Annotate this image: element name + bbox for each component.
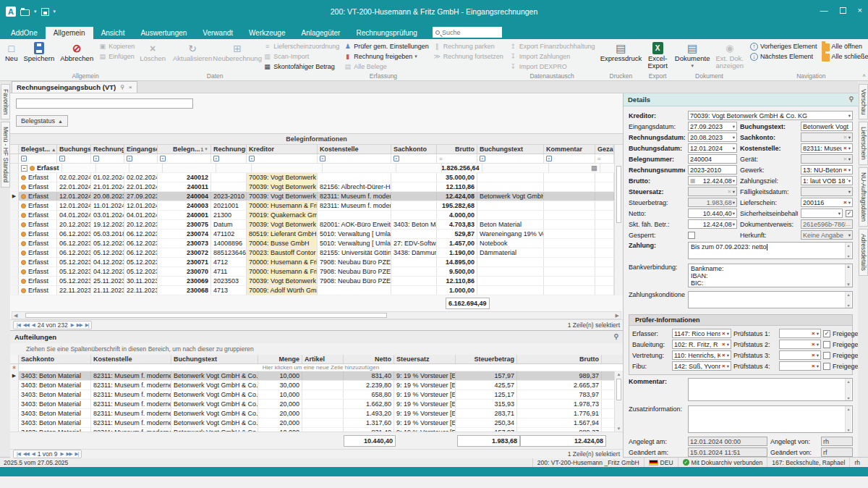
filter-icon[interactable]: × — [320, 156, 326, 161]
pin-icon[interactable]: ⚲ — [613, 333, 618, 341]
ribbon-button-rechnung-parken[interactable]: Rechnung parken — [431, 41, 497, 51]
field-bauleitung[interactable]: 102: R. Fritz, R×▾ — [672, 340, 731, 349]
minimize-button[interactable]: — — [820, 6, 828, 14]
field-prüfstatus-2[interactable]: ×▾ — [779, 340, 821, 349]
dropdown-icon[interactable]: ▾ — [733, 222, 735, 227]
ribbon-button-kopieren[interactable]: Kopieren — [96, 41, 137, 51]
prev-fast-button[interactable]: ◀◀ — [23, 451, 29, 457]
clear-icon[interactable]: × — [811, 352, 816, 358]
ribbon-button-alle-öffnen[interactable]: Alle öffnen — [820, 41, 864, 51]
ribbon-button-scan-import[interactable]: Scan-Import — [261, 51, 311, 62]
side-tab-nu-auftragsdaten[interactable]: NU-Auftragsdaten — [859, 167, 868, 227]
filter-icon[interactable]: × — [249, 156, 255, 161]
table-row[interactable]: Erfasst06.12.202305.12.202306.12.2023230… — [10, 239, 623, 248]
field-netto[interactable]: 10.440,40▾ — [688, 209, 737, 218]
checkbox-freigegeben[interactable] — [823, 352, 830, 359]
clear-icon[interactable]: × — [843, 156, 848, 162]
ribbon-button-skontofähiger-betrag[interactable]: Skontofähiger Betrag — [261, 62, 337, 72]
ribbon-button-aktualisieren[interactable]: Aktualisieren — [170, 40, 215, 63]
ribbon-button-import-zahlungen[interactable]: Import Zahlungen — [507, 51, 573, 62]
ribbon-button-ext-dok-anzeigen[interactable]: Ext. Dok. anzeigen — [712, 40, 746, 71]
dropdown-icon[interactable]: ▾ — [733, 124, 735, 130]
ribbon-tab-rechnungsprüfung[interactable]: Rechnungsprüfung — [348, 27, 425, 39]
ribbon-tab-verwandt[interactable]: Verwandt — [195, 27, 241, 39]
column-header-steuerbetrag[interactable]: Steuerbetrag — [456, 355, 517, 363]
ribbon-button-neu[interactable]: Neu — [2, 40, 20, 63]
table-row[interactable]: 3403: Beton Material82311: Museum f. mod… — [10, 390, 623, 400]
ribbon-button-dokumente[interactable]: Dokumente▾ — [672, 40, 713, 70]
field-belegnummer[interactable]: 240004 — [688, 154, 737, 164]
calculator-icon[interactable]: ▦ — [690, 177, 696, 184]
ribbon-button-nächstes-element[interactable]: Nächstes Element — [748, 51, 815, 62]
table-row[interactable]: Erfasst20.12.202319.12.202320.12.2023230… — [10, 220, 623, 230]
dropdown-icon[interactable]: ▾ — [733, 211, 735, 216]
dropdown-icon[interactable]: ▾ — [817, 363, 819, 369]
column-header-kostenstelle[interactable]: Kostenstelle — [91, 355, 171, 363]
table-row[interactable]: 3403: Beton Material82311: Museum f. mod… — [10, 418, 623, 428]
group-row[interactable]: –Erfasst1.826.256,64▤ — [10, 164, 623, 173]
dropdown-icon[interactable]: ▾ — [848, 167, 851, 173]
column-header-kommentar[interactable]: Kommentar — [544, 145, 595, 153]
zusatzinformation-textarea[interactable]: ▴▾ — [688, 405, 853, 433]
column-header-sachkonto[interactable]: Sachkonto — [19, 355, 91, 363]
column-header-belegstatus[interactable]: Belegst...▲ — [19, 145, 57, 153]
zahlung-textarea[interactable]: Bis zum 07.09.2023: netto ▴▾ — [688, 242, 853, 259]
ribbon-button-prüfer-gem-einstellungen[interactable]: Prüfer gem. Einstellungen — [341, 41, 431, 51]
ribbon-tab-addone[interactable]: AddOne — [3, 27, 46, 39]
checkbox-gesperrt[interactable] — [688, 232, 695, 239]
filter-icon[interactable]: × — [213, 156, 219, 161]
column-header-rechnungsdatum[interactable]: Rechnungs... — [91, 145, 124, 153]
field-gerät[interactable]: ×▾ — [801, 154, 853, 164]
zahlungskonditionen-textarea[interactable]: ▴▾ — [688, 291, 853, 308]
filter-icon[interactable]: × — [21, 156, 27, 161]
table-row[interactable]: 3403: Beton Material82311: Museum f. mod… — [10, 400, 623, 409]
field-buchungsdatum[interactable]: 12.01.2024▾ — [688, 143, 737, 153]
kommentar-textarea[interactable]: ▴▾ — [688, 378, 853, 401]
dropdown-icon[interactable]: ▾ — [838, 211, 841, 216]
dropdown-icon[interactable]: ▾ — [848, 178, 851, 184]
close-button[interactable]: × — [858, 6, 862, 14]
side-tab-vorschau[interactable]: Vorschau — [859, 84, 868, 119]
clear-icon[interactable]: × — [843, 199, 848, 206]
column-header-artikel[interactable]: Artikel — [302, 355, 344, 363]
filter-icon[interactable]: × — [393, 156, 399, 161]
field-brutto[interactable]: ▦12.424,08▾ — [688, 176, 737, 185]
filter-icon[interactable]: × — [93, 156, 99, 161]
dropdown-icon[interactable]: ▾ — [817, 353, 819, 358]
field-zahlungsziel[interactable]: 1: laut VOB 18 Tage▾ — [801, 176, 853, 185]
table-row[interactable]: 3403: Beton Material82311: Museum f. mod… — [10, 409, 623, 418]
ribbon-tab-ansicht[interactable]: Ansicht — [93, 27, 133, 39]
table-row[interactable]: ▶Erfasst12.01.202420.08.202327.09.202324… — [10, 192, 623, 201]
column-header-belegnummer[interactable]: Belegn...1▼ — [158, 145, 211, 153]
ribbon-button-abbrechen[interactable]: Abbrechen — [57, 40, 96, 63]
scrollbar-thumb[interactable] — [25, 313, 387, 318]
table-row[interactable]: 3403: Beton Material82311: Museum f. mod… — [10, 428, 623, 432]
ribbon-button-löschen[interactable]: Löschen — [137, 40, 169, 63]
ribbon-button-excel-export[interactable]: Excel-Export — [644, 40, 670, 71]
table-row[interactable]: Erfasst22.01.202421.01.202422.01.2024240… — [10, 182, 623, 192]
checkbox-freigegeben[interactable] — [823, 363, 830, 370]
ribbon-button-import-dexpro[interactable]: Import DEXPRO — [507, 62, 569, 72]
clear-icon[interactable]: × — [811, 341, 816, 348]
side-tab-favoriten[interactable]: Favoriten — [1, 84, 10, 119]
field-lieferschein[interactable]: 200116×▾ — [801, 198, 853, 207]
column-header-buchungstext[interactable]: Buchungstext — [171, 355, 258, 363]
dropdown-icon[interactable]: ▾ — [848, 232, 851, 238]
table-row[interactable]: Erfasst06.12.202305.12.202306.12.2023230… — [10, 248, 623, 258]
column-header-buchungstext[interactable]: Buchungstext — [477, 145, 544, 153]
collapse-icon[interactable]: – — [21, 165, 27, 172]
dropdown-icon[interactable]: ▾ — [848, 156, 851, 162]
ribbon-tab-werkzeuge[interactable]: Werkzeuge — [241, 27, 293, 39]
clear-icon[interactable]: × — [843, 145, 848, 151]
field-erfasser[interactable]: 1147: Rico Hens×▾ — [672, 329, 731, 338]
clear-icon[interactable]: × — [721, 341, 726, 348]
field-fälligkeitsdatum[interactable]: ▾ — [801, 187, 853, 196]
ribbon-search-input[interactable] — [442, 29, 499, 36]
ribbon-tab-auswertungen[interactable]: Auswertungen — [132, 27, 195, 39]
field-prüfstatus-4[interactable]: ×▾ — [779, 361, 821, 371]
table-row[interactable]: Erfasst02.02.202401.02.202402.02.2024240… — [10, 173, 623, 182]
dropdown-icon[interactable]: ▾ — [848, 189, 851, 195]
ribbon-button-speichern[interactable]: Speichern — [20, 40, 57, 63]
language-segment[interactable]: DEU — [644, 458, 678, 467]
field-dokumentverweis[interactable]: 261e596b-786f-4… — [801, 219, 853, 229]
